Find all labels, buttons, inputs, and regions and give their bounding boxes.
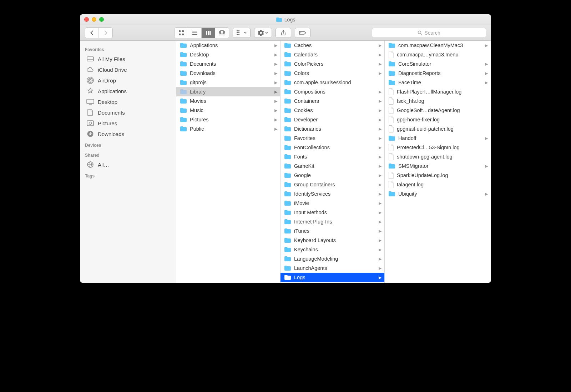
svg-rect-23 [87, 57, 94, 61]
sidebar-item-downloads[interactable]: Downloads [80, 129, 176, 139]
folder-row[interactable]: Keyboard Layouts▶ [281, 236, 384, 245]
sidebar-item-pictures[interactable]: Pictures [80, 118, 176, 129]
sidebar-item-all-my-files[interactable]: All My Files [80, 54, 176, 64]
folder-row[interactable]: Dictionaries▶ [281, 124, 384, 134]
folder-row[interactable]: Library▶ [176, 87, 280, 96]
svg-rect-10 [221, 31, 223, 34]
folder-row[interactable]: iTunes▶ [281, 226, 384, 236]
file-row[interactable]: SparkleUpdateLog.log [385, 171, 491, 180]
file-row[interactable]: shutdown-gpg-agent.log [385, 152, 491, 161]
folder-row[interactable]: ColorPickers▶ [281, 59, 384, 69]
chevron-right-icon: ▶ [378, 247, 381, 252]
folder-icon [284, 135, 291, 141]
folder-row[interactable]: Logs▶ [281, 273, 384, 282]
tags-button[interactable] [295, 28, 310, 38]
svg-rect-18 [238, 32, 239, 33]
folder-row[interactable]: Ubiquity▶ [385, 189, 491, 198]
folder-row[interactable]: com.macpaw.CleanMyMac3▶ [385, 41, 491, 50]
folder-row[interactable]: FaceTime▶ [385, 78, 491, 87]
row-label: LanguageModeling [294, 256, 375, 262]
sidebar-section-header: Tags [80, 170, 176, 180]
folder-row[interactable]: Group Containers▶ [281, 180, 384, 189]
file-row[interactable]: FlashPlayerI…llManager.log [385, 87, 491, 96]
folder-row[interactable]: Input Methods▶ [281, 208, 384, 217]
folder-row[interactable]: Movies▶ [176, 96, 280, 106]
list-view-button[interactable] [188, 28, 202, 38]
column-view-button[interactable] [202, 28, 215, 38]
sidebar-item-applications[interactable]: Applications [80, 86, 176, 96]
action-button[interactable] [254, 28, 272, 38]
file-row[interactable]: fsck_hfs.log [385, 96, 491, 106]
folder-row[interactable]: SMSMigrator▶ [385, 161, 491, 171]
folder-row[interactable]: Cookies▶ [281, 106, 384, 115]
sidebar-item-documents[interactable]: Documents [80, 107, 176, 118]
folder-row[interactable]: Favorites▶ [281, 134, 384, 143]
sidebar-item-icloud-drive[interactable]: iCloud Drive [80, 64, 176, 75]
folder-icon [180, 80, 187, 85]
row-label: Ubiquity [398, 191, 481, 197]
arrange-button[interactable] [233, 28, 251, 38]
folder-row[interactable]: Fonts▶ [281, 152, 384, 161]
folder-row[interactable]: Music▶ [176, 106, 280, 115]
row-label: Applications [190, 42, 271, 48]
folder-row[interactable]: Public▶ [176, 124, 280, 134]
desktop-icon [86, 98, 94, 106]
folder-row[interactable]: gitprojs▶ [176, 78, 280, 87]
folder-row[interactable]: Handoff▶ [385, 134, 491, 143]
share-button[interactable] [276, 28, 291, 38]
file-row[interactable]: talagent.log [385, 180, 491, 189]
zoom-window-button[interactable] [99, 17, 104, 22]
folder-row[interactable]: Keychains▶ [281, 245, 384, 254]
icon-view-button[interactable] [175, 28, 188, 38]
folder-row[interactable]: Pictures▶ [176, 115, 280, 124]
chevron-right-icon: ▶ [378, 117, 381, 122]
chevron-right-icon: ▶ [274, 43, 277, 48]
folder-row[interactable]: FontCollections▶ [281, 143, 384, 152]
svg-rect-3 [182, 34, 184, 35]
folder-icon [388, 163, 395, 169]
coverflow-view-button[interactable] [215, 28, 229, 38]
folder-row[interactable]: Compositions▶ [281, 87, 384, 96]
folder-row[interactable]: Desktop▶ [176, 50, 280, 59]
folder-row[interactable]: com.apple.nsurlsessiond [281, 78, 384, 87]
folder-row[interactable]: Calendars▶ [281, 50, 384, 59]
search-input[interactable]: Search [372, 28, 486, 38]
minimize-window-button[interactable] [92, 17, 96, 22]
folder-row[interactable]: LaunchAgents▶ [281, 263, 384, 273]
sidebar-item-airdrop[interactable]: AirDrop [80, 75, 176, 86]
file-row[interactable]: ProtectedCl…53-SignIn.log [385, 143, 491, 152]
folder-row[interactable]: iMovie▶ [281, 198, 384, 208]
column-1[interactable]: Applications▶Desktop▶Documents▶Downloads… [176, 41, 281, 283]
close-window-button[interactable] [84, 17, 89, 22]
folder-row[interactable]: LanguageModeling▶ [281, 254, 384, 263]
sidebar: Favorites All My Files iCloud Drive AirD… [80, 41, 176, 283]
file-row[interactable]: GoogleSoft…dateAgent.log [385, 106, 491, 115]
forward-button[interactable] [99, 28, 112, 38]
folder-row[interactable]: Colors▶ [281, 69, 384, 78]
chevron-right-icon: ▶ [378, 266, 381, 271]
folder-row[interactable]: GameKit▶ [281, 161, 384, 171]
folder-row[interactable]: Developer▶ [281, 115, 384, 124]
folder-row[interactable]: Documents▶ [176, 59, 280, 69]
folder-row[interactable]: Downloads▶ [176, 69, 280, 78]
column-3[interactable]: com.macpaw.CleanMyMac3▶com.macpa…ymac3.m… [385, 41, 491, 283]
downloads-icon [86, 130, 94, 138]
row-label: Logs [294, 275, 375, 280]
column-2[interactable]: Caches▶Calendars▶ColorPickers▶Colors▶com… [281, 41, 385, 283]
folder-row[interactable]: Containers▶ [281, 96, 384, 106]
chevron-right-icon: ▶ [378, 257, 381, 261]
chevron-right-icon: ▶ [378, 145, 381, 150]
folder-row[interactable]: Caches▶ [281, 41, 384, 50]
folder-row[interactable]: Google▶ [281, 171, 384, 180]
back-button[interactable] [85, 28, 99, 38]
file-row[interactable]: com.macpa…ymac3.menu [385, 50, 491, 59]
folder-row[interactable]: Internet Plug-Ins▶ [281, 217, 384, 226]
file-row[interactable]: gpg-home-fixer.log [385, 115, 491, 124]
file-row[interactable]: gpgmail-uuid-patcher.log [385, 124, 491, 134]
folder-row[interactable]: IdentityServices▶ [281, 189, 384, 198]
folder-row[interactable]: DiagnosticReports▶ [385, 69, 491, 78]
folder-row[interactable]: CoreSimulator▶ [385, 59, 491, 69]
sidebar-item-desktop[interactable]: Desktop [80, 96, 176, 107]
folder-row[interactable]: Applications▶ [176, 41, 280, 50]
sidebar-item-all-[interactable]: All… [80, 159, 176, 170]
